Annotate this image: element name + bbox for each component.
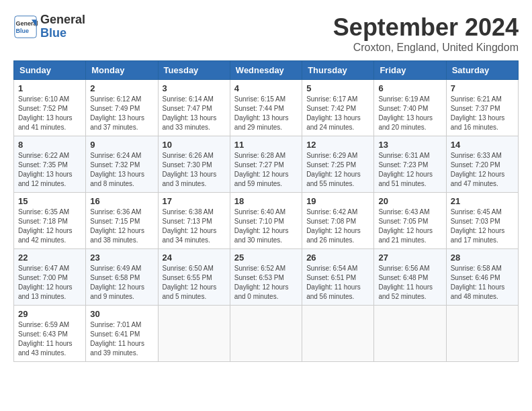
day-number: 20: [378, 196, 441, 206]
calendar-cell: 14Sunrise: 6:33 AM Sunset: 7:20 PM Dayli…: [446, 136, 518, 193]
calendar-cell: 28Sunrise: 6:58 AM Sunset: 6:46 PM Dayli…: [446, 249, 518, 306]
weekday-header-monday: Monday: [86, 61, 158, 80]
calendar-cell: 2Sunrise: 6:12 AM Sunset: 7:49 PM Daylig…: [86, 80, 158, 136]
calendar-cell: [302, 306, 374, 362]
day-info: Sunrise: 6:12 AM Sunset: 7:49 PM Dayligh…: [90, 95, 153, 132]
day-info: Sunrise: 6:29 AM Sunset: 7:25 PM Dayligh…: [306, 151, 369, 189]
calendar-cell: [446, 306, 518, 362]
day-info: Sunrise: 6:38 AM Sunset: 7:13 PM Dayligh…: [163, 208, 226, 245]
calendar-cell: 11Sunrise: 6:28 AM Sunset: 7:27 PM Dayli…: [230, 136, 302, 193]
day-number: 19: [306, 196, 369, 206]
day-info: Sunrise: 6:31 AM Sunset: 7:23 PM Dayligh…: [378, 151, 441, 189]
calendar-cell: 23Sunrise: 6:49 AM Sunset: 6:58 PM Dayli…: [86, 249, 158, 306]
day-info: Sunrise: 6:17 AM Sunset: 7:42 PM Dayligh…: [306, 95, 369, 132]
week-row-4: 22Sunrise: 6:47 AM Sunset: 7:00 PM Dayli…: [14, 249, 519, 306]
day-number: 22: [18, 253, 81, 263]
day-info: Sunrise: 6:40 AM Sunset: 7:10 PM Dayligh…: [234, 208, 298, 245]
day-number: 14: [451, 140, 514, 150]
day-info: Sunrise: 6:10 AM Sunset: 7:52 PM Dayligh…: [18, 95, 81, 132]
calendar-cell: 27Sunrise: 6:56 AM Sunset: 6:48 PM Dayli…: [374, 249, 446, 306]
calendar-cell: 13Sunrise: 6:31 AM Sunset: 7:23 PM Dayli…: [374, 136, 446, 193]
weekday-header-friday: Friday: [374, 61, 446, 80]
logo-line1: General: [40, 13, 85, 27]
calendar-cell: 17Sunrise: 6:38 AM Sunset: 7:13 PM Dayli…: [158, 193, 230, 249]
day-number: 13: [378, 140, 441, 150]
calendar-cell: 5Sunrise: 6:17 AM Sunset: 7:42 PM Daylig…: [302, 80, 374, 136]
day-info: Sunrise: 6:45 AM Sunset: 7:03 PM Dayligh…: [451, 208, 514, 245]
weekday-header-thursday: Thursday: [302, 61, 374, 80]
week-row-1: 1Sunrise: 6:10 AM Sunset: 7:52 PM Daylig…: [14, 80, 519, 136]
day-info: Sunrise: 7:01 AM Sunset: 6:41 PM Dayligh…: [90, 320, 153, 358]
day-number: 26: [306, 253, 369, 263]
day-number: 17: [163, 196, 226, 206]
day-info: Sunrise: 6:50 AM Sunset: 6:55 PM Dayligh…: [163, 264, 226, 302]
day-number: 12: [306, 140, 369, 150]
day-number: 4: [234, 83, 298, 93]
calendar-cell: 3Sunrise: 6:14 AM Sunset: 7:47 PM Daylig…: [158, 80, 230, 136]
week-row-2: 8Sunrise: 6:22 AM Sunset: 7:35 PM Daylig…: [14, 136, 519, 193]
day-info: Sunrise: 6:49 AM Sunset: 6:58 PM Dayligh…: [90, 264, 153, 302]
calendar-cell: 22Sunrise: 6:47 AM Sunset: 7:00 PM Dayli…: [14, 249, 86, 306]
calendar-cell: 4Sunrise: 6:15 AM Sunset: 7:44 PM Daylig…: [230, 80, 302, 136]
calendar-cell: 25Sunrise: 6:52 AM Sunset: 6:53 PM Dayli…: [230, 249, 302, 306]
header: General Blue General Blue September 2024…: [13, 13, 519, 54]
weekday-header-saturday: Saturday: [446, 61, 518, 80]
day-number: 16: [90, 196, 153, 206]
weekday-header-tuesday: Tuesday: [158, 61, 230, 80]
day-info: Sunrise: 6:36 AM Sunset: 7:15 PM Dayligh…: [90, 208, 153, 245]
calendar-cell: 8Sunrise: 6:22 AM Sunset: 7:35 PM Daylig…: [14, 136, 86, 193]
day-number: 7: [451, 83, 514, 93]
day-info: Sunrise: 6:59 AM Sunset: 6:43 PM Dayligh…: [18, 320, 81, 358]
calendar-cell: [230, 306, 302, 362]
day-info: Sunrise: 6:15 AM Sunset: 7:44 PM Dayligh…: [234, 95, 298, 132]
day-number: 24: [163, 253, 226, 263]
month-title: September 2024: [333, 13, 519, 42]
day-number: 1: [18, 83, 81, 93]
calendar-cell: 29Sunrise: 6:59 AM Sunset: 6:43 PM Dayli…: [14, 306, 86, 362]
day-number: 18: [234, 196, 298, 206]
day-number: 5: [306, 83, 369, 93]
weekday-header-sunday: Sunday: [14, 61, 86, 80]
week-row-5: 29Sunrise: 6:59 AM Sunset: 6:43 PM Dayli…: [14, 306, 519, 362]
week-row-3: 15Sunrise: 6:35 AM Sunset: 7:18 PM Dayli…: [14, 193, 519, 249]
day-info: Sunrise: 6:22 AM Sunset: 7:35 PM Dayligh…: [18, 151, 81, 189]
day-number: 15: [18, 196, 81, 206]
day-number: 27: [378, 253, 441, 263]
calendar-cell: 16Sunrise: 6:36 AM Sunset: 7:15 PM Dayli…: [86, 193, 158, 249]
day-number: 11: [234, 140, 298, 150]
calendar-cell: 19Sunrise: 6:42 AM Sunset: 7:08 PM Dayli…: [302, 193, 374, 249]
day-number: 23: [90, 253, 153, 263]
weekday-header-wednesday: Wednesday: [230, 61, 302, 80]
day-info: Sunrise: 6:56 AM Sunset: 6:48 PM Dayligh…: [378, 264, 441, 302]
day-number: 30: [90, 309, 153, 319]
calendar-cell: 21Sunrise: 6:45 AM Sunset: 7:03 PM Dayli…: [446, 193, 518, 249]
calendar-cell: 30Sunrise: 7:01 AM Sunset: 6:41 PM Dayli…: [86, 306, 158, 362]
day-info: Sunrise: 6:54 AM Sunset: 6:51 PM Dayligh…: [306, 264, 369, 302]
calendar-cell: 1Sunrise: 6:10 AM Sunset: 7:52 PM Daylig…: [14, 80, 86, 136]
day-info: Sunrise: 6:43 AM Sunset: 7:05 PM Dayligh…: [378, 208, 441, 245]
day-info: Sunrise: 6:35 AM Sunset: 7:18 PM Dayligh…: [18, 208, 81, 245]
day-info: Sunrise: 6:24 AM Sunset: 7:32 PM Dayligh…: [90, 151, 153, 189]
day-info: Sunrise: 6:58 AM Sunset: 6:46 PM Dayligh…: [451, 264, 514, 302]
day-info: Sunrise: 6:52 AM Sunset: 6:53 PM Dayligh…: [234, 264, 298, 302]
day-info: Sunrise: 6:42 AM Sunset: 7:08 PM Dayligh…: [306, 208, 369, 245]
day-info: Sunrise: 6:33 AM Sunset: 7:20 PM Dayligh…: [451, 151, 514, 189]
day-number: 21: [451, 196, 514, 206]
calendar-cell: [374, 306, 446, 362]
calendar-cell: 9Sunrise: 6:24 AM Sunset: 7:32 PM Daylig…: [86, 136, 158, 193]
calendar-cell: 7Sunrise: 6:21 AM Sunset: 7:37 PM Daylig…: [446, 80, 518, 136]
day-info: Sunrise: 6:19 AM Sunset: 7:40 PM Dayligh…: [378, 95, 441, 132]
svg-text:Blue: Blue: [16, 28, 30, 34]
day-number: 8: [18, 140, 81, 150]
day-number: 3: [163, 83, 226, 93]
day-info: Sunrise: 6:21 AM Sunset: 7:37 PM Dayligh…: [451, 95, 514, 132]
calendar: SundayMondayTuesdayWednesdayThursdayFrid…: [13, 60, 519, 362]
calendar-cell: 18Sunrise: 6:40 AM Sunset: 7:10 PM Dayli…: [230, 193, 302, 249]
day-info: Sunrise: 6:47 AM Sunset: 7:00 PM Dayligh…: [18, 264, 81, 302]
calendar-cell: 6Sunrise: 6:19 AM Sunset: 7:40 PM Daylig…: [374, 80, 446, 136]
logo-icon: General Blue: [13, 15, 38, 39]
calendar-cell: 26Sunrise: 6:54 AM Sunset: 6:51 PM Dayli…: [302, 249, 374, 306]
logo: General Blue General Blue: [13, 13, 85, 40]
day-number: 25: [234, 253, 298, 263]
day-info: Sunrise: 6:26 AM Sunset: 7:30 PM Dayligh…: [163, 151, 226, 189]
